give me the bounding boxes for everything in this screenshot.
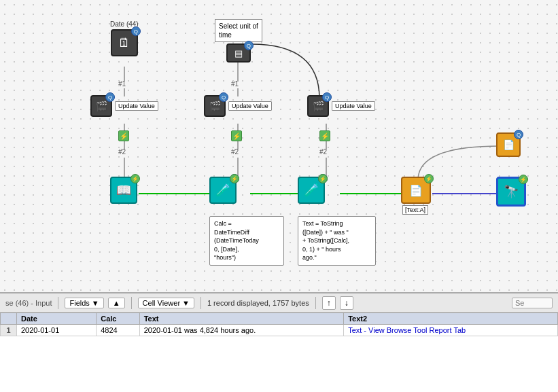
browse1-icon[interactable]: Q 📄 (496, 132, 521, 157)
data-table-container[interactable]: Date Calc Text Text2 12020-01-0148242020… (0, 313, 558, 392)
update-icon-1[interactable]: Q 🎬 (90, 95, 112, 117)
text-a-label: [Text:A] (402, 205, 428, 215)
browse2-node[interactable]: ⚡ 🔭 (496, 177, 526, 207)
update-value-1-group[interactable]: Q 🎬 Update Value (90, 95, 158, 117)
book-icon[interactable]: ⚡ 📖 (110, 177, 137, 204)
fields-label: Fields (69, 299, 89, 307)
data-cell: 2020-01-01 (17, 325, 97, 336)
conn-hash2-center: #2 (231, 148, 239, 156)
update3-q: Q (322, 92, 332, 102)
fields-button[interactable]: Fields ▼ (65, 298, 103, 308)
col-text[interactable]: Text (139, 313, 343, 325)
text-icon[interactable]: Q ⚡ 🧪 (298, 177, 325, 204)
record-info: 1 record displayed, 1757 bytes (207, 299, 309, 307)
lightning-3: ⚡ (319, 130, 330, 141)
text-a-node[interactable]: ⚡ 📄 (401, 177, 431, 204)
select-unit-label: Select unit of time (215, 19, 262, 42)
col-date[interactable]: Date (17, 313, 97, 325)
sep-2 (131, 297, 132, 309)
sort-up-button[interactable]: ▲ (108, 298, 125, 308)
update2-q: Q (219, 92, 228, 102)
select-unit-icon[interactable]: Q ▤ (226, 43, 251, 63)
calc-node[interactable]: Q ⚡ 🧪 (209, 177, 237, 204)
data-cell: Text - View Browse Tool Report Tab (344, 325, 558, 336)
update-value-3-label: Update Value (332, 101, 375, 111)
update-value-2-label: Update Value (228, 101, 272, 111)
book-node[interactable]: ⚡ 📖 (110, 177, 137, 204)
row-num-cell: 1 (1, 325, 17, 336)
data-cell: 4824 (97, 325, 139, 336)
conn-hash2-left: #2 (118, 148, 126, 156)
nav-up-button[interactable]: ↑ (322, 296, 336, 310)
text-node[interactable]: Q ⚡ 🧪 (298, 177, 325, 204)
data-cell: 2020-01-01 was 4,824 hours ago. (139, 325, 343, 336)
cell-viewer-arrow: ▼ (182, 299, 190, 307)
calc-callout: Calc = DateTimeDiff (DateTimeToday 0, [D… (209, 216, 284, 266)
update-value-1-label: Update Value (115, 101, 158, 111)
text-lightning: ⚡ (318, 174, 328, 183)
book-lightning: ⚡ (130, 174, 140, 183)
col-text2[interactable]: Text2 (344, 313, 558, 325)
lightning-1: ⚡ (118, 130, 129, 141)
text-callout: Text = ToString ([Date]) + " was " + ToS… (298, 216, 376, 266)
select-q-badge: Q (244, 41, 254, 50)
update1-q: Q (105, 92, 115, 102)
nav-down-button[interactable]: ↓ (340, 296, 353, 310)
browse2-lightning: ⚡ (519, 175, 528, 184)
date-node[interactable]: Date (44) Q 🗓 (110, 20, 139, 56)
date-node-icon[interactable]: Q 🗓 (111, 29, 138, 56)
lightning-2: ⚡ (231, 130, 242, 141)
update-value-2-group[interactable]: Q 🎬 Update Value (204, 95, 272, 117)
update-icon-2[interactable]: Q 🎬 (204, 95, 226, 117)
sep-4 (315, 297, 316, 309)
conn-hash1-left: #1 (118, 80, 126, 88)
select-unit-node[interactable]: Select unit of time Q ▤ (215, 19, 262, 63)
cell-viewer-label: Cell Viewer (143, 299, 180, 307)
date-node-q-badge: Q (131, 26, 141, 36)
table-header-row: Date Calc Text Text2 (1, 313, 558, 325)
sep-3 (200, 297, 201, 309)
sep-1 (58, 297, 58, 309)
calc-icon[interactable]: Q ⚡ 🧪 (209, 177, 237, 204)
calc-lightning: ⚡ (230, 174, 239, 183)
update-icon-3[interactable]: Q 🎬 (307, 95, 329, 117)
conn-hash1-right: #1 (231, 80, 239, 88)
fields-arrow: ▼ (92, 299, 99, 307)
bottom-toolbar: se (46) - Input Fields ▼ ▲ Cell Viewer ▼… (0, 293, 558, 313)
browse-label: se (46) - Input (5, 299, 52, 307)
text-a-icon[interactable]: ⚡ 📄 (401, 177, 431, 204)
search-input[interactable] (512, 298, 553, 308)
text-a-lightning: ⚡ (424, 174, 434, 183)
workflow-canvas: Date (44) Q 🗓 Select unit of time Q ▤ #1… (0, 0, 558, 292)
browse2-icon[interactable]: ⚡ 🔭 (496, 177, 526, 207)
conn-hash2-right: #2 (319, 148, 327, 156)
browse1-q: Q (514, 130, 523, 139)
browse1-node[interactable]: Q 📄 (496, 132, 521, 157)
bottom-panel: se (46) - Input Fields ▼ ▲ Cell Viewer ▼… (0, 292, 558, 392)
table-body: 12020-01-0148242020-01-01 was 4,824 hour… (1, 325, 558, 336)
update-value-3-group[interactable]: Q 🎬 Update Value (307, 95, 375, 117)
data-table: Date Calc Text Text2 12020-01-0148242020… (0, 313, 558, 336)
cell-viewer-button[interactable]: Cell Viewer ▼ (138, 298, 194, 308)
col-rownum (1, 313, 17, 325)
table-row[interactable]: 12020-01-0148242020-01-01 was 4,824 hour… (1, 325, 558, 336)
col-calc[interactable]: Calc (97, 313, 139, 325)
